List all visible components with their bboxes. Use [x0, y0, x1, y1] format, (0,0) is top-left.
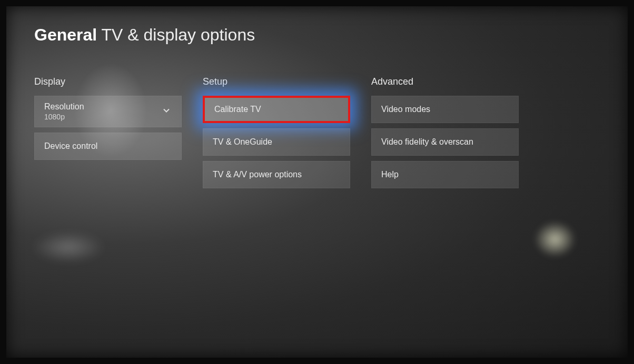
resolution-dropdown[interactable]: Resolution 1080p: [34, 96, 182, 127]
tv-oneguide-button[interactable]: TV & OneGuide: [203, 128, 350, 156]
device-control-label: Device control: [44, 141, 97, 151]
columns-container: Display Resolution 1080p Device control …: [34, 76, 600, 194]
calibrate-tv-button[interactable]: Calibrate TV: [203, 96, 350, 123]
video-modes-button[interactable]: Video modes: [371, 96, 519, 123]
page-title: General TV & display options: [34, 25, 600, 45]
column-setup: Setup Calibrate TV TV & OneGuide TV & A/…: [203, 76, 350, 194]
help-button[interactable]: Help: [371, 161, 519, 188]
breadcrumb-current: TV & display options: [101, 25, 255, 44]
settings-screen: General TV & display options Display Res…: [0, 0, 634, 364]
screen-glare: [32, 231, 105, 263]
video-modes-label: Video modes: [381, 105, 430, 114]
resolution-value: 1080p: [44, 113, 65, 121]
video-fidelity-label: Video fidelity & overscan: [381, 137, 473, 147]
help-label: Help: [381, 170, 399, 179]
tv-av-power-button[interactable]: TV & A/V power options: [203, 161, 350, 188]
screen-glare: [534, 221, 576, 258]
video-fidelity-button[interactable]: Video fidelity & overscan: [371, 128, 519, 156]
chevron-down-icon: [161, 105, 172, 118]
calibrate-tv-label: Calibrate TV: [214, 105, 261, 114]
breadcrumb-root: General: [34, 25, 97, 44]
column-display: Display Resolution 1080p Device control: [34, 76, 182, 194]
column-header-display: Display: [34, 76, 182, 87]
tv-oneguide-label: TV & OneGuide: [213, 137, 272, 147]
device-control-button[interactable]: Device control: [34, 133, 182, 160]
column-header-advanced: Advanced: [371, 76, 519, 87]
column-header-setup: Setup: [203, 76, 350, 87]
resolution-label: Resolution: [44, 102, 84, 112]
column-advanced: Advanced Video modes Video fidelity & ov…: [371, 76, 519, 194]
tv-av-power-label: TV & A/V power options: [213, 170, 302, 179]
